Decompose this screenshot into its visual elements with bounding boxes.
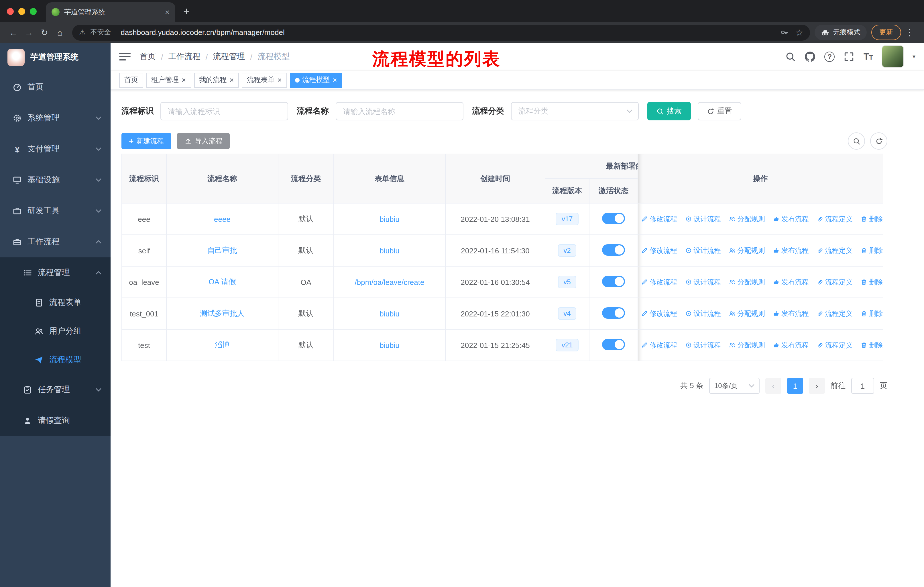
version-tag[interactable]: v4 [558, 307, 576, 320]
delete-link[interactable]: 删除 [860, 214, 883, 224]
sidebar-item-dev-tools[interactable]: 研发工具 [0, 195, 111, 227]
tag-close-icon[interactable]: × [277, 76, 282, 84]
process-name-link[interactable]: OA 请假 [167, 266, 278, 298]
avatar-caret-icon[interactable]: ▾ [912, 53, 916, 60]
update-button[interactable]: 更新 [871, 25, 901, 40]
sidebar-item-user-group[interactable]: 用户分组 [0, 317, 111, 346]
form-info-link[interactable]: biubiu [334, 203, 446, 235]
github-icon[interactable] [805, 51, 815, 62]
url-bar[interactable]: ⚠ 不安全 dashboard.yudao.iocoder.cn/bpm/man… [72, 24, 810, 40]
window-close-button[interactable] [7, 8, 14, 15]
process-name-link[interactable]: 自己审批 [167, 235, 278, 266]
process-definition-link[interactable]: 流程定义 [817, 340, 853, 350]
password-key-icon[interactable] [780, 28, 789, 37]
window-minimize-button[interactable] [18, 8, 25, 15]
edit-process-link[interactable]: 修改流程 [641, 309, 677, 318]
reset-button[interactable]: 重置 [698, 102, 741, 121]
form-info-link[interactable]: /bpm/oa/leave/create [334, 266, 446, 298]
delete-link[interactable]: 删除 [860, 277, 883, 287]
next-page-button[interactable]: › [809, 378, 825, 394]
goto-page-input[interactable] [851, 378, 874, 394]
tag-process-model[interactable]: 流程模型 × [290, 73, 342, 88]
sidebar-item-workflow[interactable]: 工作流程 [0, 227, 111, 257]
breadcrumb-item[interactable]: 流程管理 [213, 51, 245, 62]
assign-rule-link[interactable]: 分配规则 [729, 246, 765, 255]
version-tag[interactable]: v2 [558, 244, 576, 257]
import-process-button[interactable]: 导入流程 [177, 133, 230, 149]
bookmark-star-icon[interactable]: ☆ [795, 27, 803, 38]
publish-process-link[interactable]: 发布流程 [773, 340, 809, 350]
refresh-table-button[interactable] [870, 132, 887, 150]
active-toggle[interactable] [602, 244, 625, 255]
tag-tenant-mgmt[interactable]: 租户管理 × [146, 73, 191, 88]
sidebar-item-payment-mgmt[interactable]: ¥ 支付管理 [0, 134, 111, 165]
process-name-link[interactable]: 滔博 [167, 329, 278, 361]
process-name-link[interactable]: eeee [167, 203, 278, 235]
new-tab-button[interactable]: + [175, 5, 198, 22]
sidebar-item-process-model[interactable]: 流程模型 [0, 346, 111, 374]
sidebar-item-system-mgmt[interactable]: 系统管理 [0, 103, 111, 134]
breadcrumb-item[interactable]: 首页 [140, 51, 156, 62]
publish-process-link[interactable]: 发布流程 [773, 214, 809, 224]
delete-link[interactable]: 删除 [860, 340, 883, 350]
tag-close-icon[interactable]: × [229, 76, 234, 84]
active-toggle[interactable] [602, 212, 625, 224]
edit-process-link[interactable]: 修改流程 [641, 277, 677, 287]
toggle-search-button[interactable] [848, 132, 865, 150]
process-name-link[interactable]: 测试多审批人 [167, 298, 278, 329]
process-definition-link[interactable]: 流程定义 [817, 309, 853, 318]
search-button[interactable]: 搜索 [647, 102, 691, 121]
edit-process-link[interactable]: 修改流程 [641, 246, 677, 255]
delete-link[interactable]: 删除 [860, 309, 883, 318]
search-icon[interactable] [785, 51, 796, 62]
tag-home[interactable]: 首页 [119, 73, 143, 88]
font-size-icon[interactable]: TT [864, 51, 873, 62]
back-icon[interactable]: ← [6, 28, 21, 37]
window-zoom-button[interactable] [30, 8, 37, 15]
help-icon[interactable]: ? [825, 51, 835, 62]
form-info-link[interactable]: biubiu [334, 235, 446, 266]
version-tag[interactable]: v21 [556, 339, 579, 352]
page-number-button[interactable]: 1 [787, 378, 803, 394]
active-toggle[interactable] [602, 307, 625, 318]
publish-process-link[interactable]: 发布流程 [773, 309, 809, 318]
home-icon[interactable]: ⌂ [52, 28, 68, 37]
process-definition-link[interactable]: 流程定义 [817, 214, 853, 224]
version-tag[interactable]: v5 [558, 276, 576, 289]
assign-rule-link[interactable]: 分配规则 [729, 309, 765, 318]
assign-rule-link[interactable]: 分配规则 [729, 277, 765, 287]
forward-icon[interactable]: → [21, 28, 37, 37]
menu-kebab-icon[interactable]: ⋮ [901, 27, 918, 38]
tag-close-icon[interactable]: × [182, 76, 186, 84]
active-toggle[interactable] [602, 339, 625, 350]
sidebar-item-process-mgmt[interactable]: 流程管理 [0, 257, 111, 288]
delete-link[interactable]: 删除 [860, 246, 883, 255]
tag-my-process[interactable]: 我的流程 × [194, 73, 239, 88]
version-tag[interactable]: v17 [556, 213, 579, 226]
sidebar-item-leave-query[interactable]: 请假查询 [0, 405, 111, 436]
breadcrumb-item[interactable]: 工作流程 [168, 51, 201, 62]
edit-process-link[interactable]: 修改流程 [641, 214, 677, 224]
process-id-input[interactable] [160, 102, 288, 121]
form-info-link[interactable]: biubiu [334, 298, 446, 329]
design-process-link[interactable]: 设计流程 [685, 340, 721, 350]
form-info-link[interactable]: biubiu [334, 329, 446, 361]
reload-icon[interactable]: ↻ [37, 27, 52, 38]
publish-process-link[interactable]: 发布流程 [773, 277, 809, 287]
active-toggle[interactable] [602, 275, 625, 287]
tag-process-form[interactable]: 流程表单 × [242, 73, 287, 88]
page-size-select[interactable]: 10条/页 [709, 378, 760, 394]
prev-page-button[interactable]: ‹ [765, 378, 781, 394]
sidebar-item-process-form[interactable]: 流程表单 [0, 288, 111, 317]
category-select[interactable]: 流程分类 [511, 102, 639, 121]
sidebar-item-home[interactable]: 首页 [0, 72, 111, 103]
design-process-link[interactable]: 设计流程 [685, 246, 721, 255]
process-name-input[interactable] [336, 102, 464, 121]
sidebar-item-task-mgmt[interactable]: 任务管理 [0, 374, 111, 405]
browser-tab[interactable]: 芋道管理系统 × [46, 2, 175, 22]
process-definition-link[interactable]: 流程定义 [817, 277, 853, 287]
sidebar-collapse-icon[interactable] [119, 52, 130, 61]
tab-close-icon[interactable]: × [165, 7, 170, 17]
edit-process-link[interactable]: 修改流程 [641, 340, 677, 350]
assign-rule-link[interactable]: 分配规则 [729, 340, 765, 350]
